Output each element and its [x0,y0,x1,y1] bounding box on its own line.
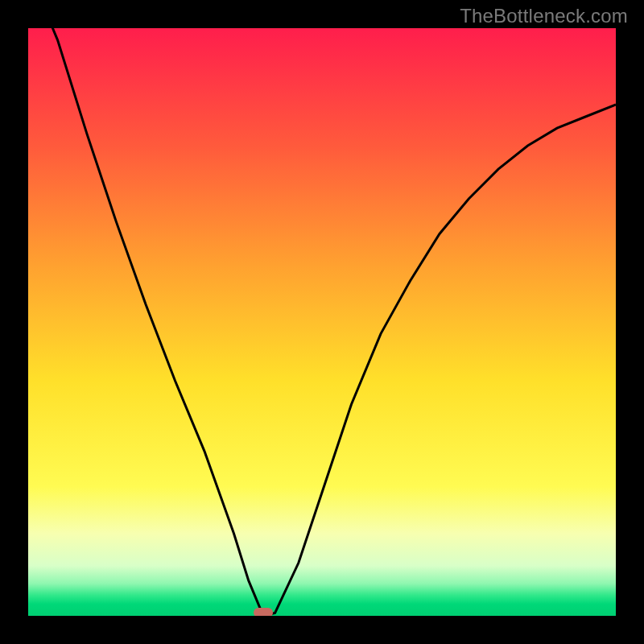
curve-path [28,28,616,616]
bottleneck-curve [28,28,616,616]
watermark-text: TheBottleneck.com [460,5,628,27]
chart-frame: TheBottleneck.com [0,0,644,644]
plot-area [28,28,616,616]
minimum-marker [254,608,273,616]
